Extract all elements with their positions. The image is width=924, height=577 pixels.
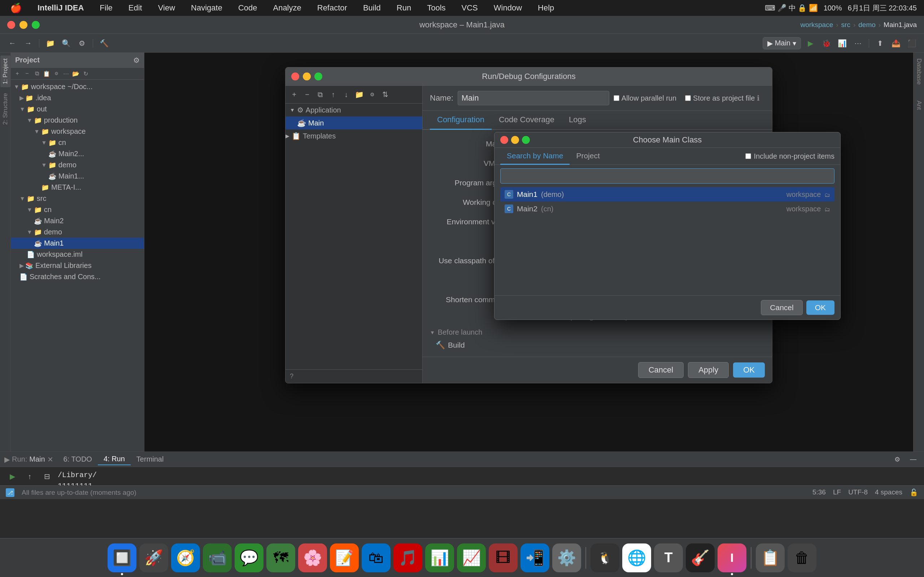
config-move-down-btn[interactable]: ↓ bbox=[340, 89, 352, 100]
dialog-min-btn[interactable] bbox=[303, 73, 311, 81]
menu-edit[interactable]: Edit bbox=[126, 2, 145, 14]
tree-remove-btn[interactable]: − bbox=[23, 69, 31, 78]
menu-tools[interactable]: Tools bbox=[424, 2, 448, 14]
choose-class-item-main1[interactable]: C Main1 (demo) workspace 🗂 bbox=[500, 187, 835, 201]
run-panel-label[interactable]: ▶ Run: Main ✕ bbox=[0, 455, 58, 464]
tree-item-cn-prod[interactable]: ▼ 📁 cn bbox=[11, 137, 144, 148]
config-settings-btn[interactable]: ⚙ bbox=[366, 89, 378, 100]
tab-run[interactable]: 4: Run bbox=[98, 453, 131, 465]
apple-menu[interactable]: 🍎 bbox=[7, 1, 24, 15]
dock-trash[interactable]: 🗑 bbox=[788, 543, 816, 572]
menu-refactor[interactable]: Refactor bbox=[314, 2, 350, 14]
tree-add-btn[interactable]: + bbox=[13, 69, 22, 78]
choose-class-ok-btn[interactable]: OK bbox=[806, 300, 835, 315]
cursor-position[interactable]: 5:36 bbox=[813, 488, 826, 496]
toolbar-navigate-forward[interactable]: → bbox=[22, 37, 35, 50]
choose-class-item-main2[interactable]: C Main2 (cn) workspace 🗂 bbox=[500, 201, 835, 216]
config-move-up-btn[interactable]: ↑ bbox=[327, 89, 339, 100]
toolbar-navigate-back[interactable]: ← bbox=[6, 37, 19, 50]
menu-vcs[interactable]: VCS bbox=[459, 2, 481, 14]
dock-appstore2[interactable]: 📲 bbox=[520, 543, 549, 572]
encoding[interactable]: UTF-8 bbox=[848, 488, 868, 496]
project-gear-icon[interactable]: ⚙ bbox=[133, 56, 140, 64]
choose-class-tab-search[interactable]: Search by Name bbox=[500, 148, 570, 165]
run-config-ok-btn[interactable]: OK bbox=[733, 363, 765, 377]
filter-btn[interactable]: ⊟ bbox=[40, 470, 53, 483]
dock-safari[interactable]: 🧭 bbox=[171, 543, 200, 572]
tree-item-main1-src[interactable]: ☕ Main1 bbox=[11, 238, 144, 249]
menu-navigate[interactable]: Navigate bbox=[188, 2, 225, 14]
dock-appstore[interactable]: 🛍 bbox=[362, 543, 391, 572]
dock-launchpad[interactable]: 🚀 bbox=[139, 543, 168, 572]
tree-item-workspace-iml[interactable]: 📄 workspace.iml bbox=[11, 249, 144, 260]
indent-setting[interactable]: 4 spaces bbox=[875, 488, 902, 496]
dock-typora[interactable]: T bbox=[654, 543, 683, 572]
menu-analyze[interactable]: Analyze bbox=[270, 2, 304, 14]
tree-path-btn[interactable]: 📂 bbox=[71, 69, 80, 78]
tree-item-production[interactable]: ▼ 📁 production bbox=[11, 115, 144, 126]
dock-penguin[interactable]: 🐧 bbox=[591, 543, 619, 572]
app-name[interactable]: IntelliJ IDEA bbox=[35, 2, 87, 14]
toolbar-terminal[interactable]: ⬛ bbox=[905, 37, 918, 50]
tree-item-scratches[interactable]: 📄 Scratches and Cons... bbox=[11, 271, 144, 282]
tree-item-external-libs[interactable]: ▶ 📚 External Libraries bbox=[11, 260, 144, 271]
dialog-max-btn[interactable] bbox=[314, 73, 322, 81]
toolbar-coverage[interactable]: 📊 bbox=[835, 37, 848, 50]
tree-item-workspace-inner[interactable]: ▼ 📁 workspace bbox=[11, 126, 144, 137]
breadcrumb-demo[interactable]: demo bbox=[858, 21, 876, 29]
tree-item-out[interactable]: ▼ 📁 out bbox=[11, 103, 144, 115]
dock-finder[interactable]: 🔲 bbox=[108, 543, 136, 572]
dock-systemprefs[interactable]: ⚙️ bbox=[552, 543, 581, 572]
run-close-icon[interactable]: ✕ bbox=[47, 455, 53, 464]
choose-class-search-input[interactable] bbox=[500, 168, 835, 184]
run-config-cancel-btn[interactable]: Cancel bbox=[638, 362, 683, 378]
minimize-button[interactable] bbox=[19, 21, 27, 29]
config-remove-btn[interactable]: − bbox=[301, 89, 313, 100]
menu-window[interactable]: Window bbox=[491, 2, 525, 14]
menu-file[interactable]: File bbox=[97, 2, 115, 14]
tree-item-demo-prod[interactable]: ▼ 📁 demo bbox=[11, 160, 144, 171]
dock-messages[interactable]: 💬 bbox=[234, 543, 263, 572]
name-input[interactable] bbox=[458, 91, 609, 105]
toolbar-build[interactable]: 🔨 bbox=[97, 37, 110, 50]
tree-item-src[interactable]: ▼ 📁 src bbox=[11, 193, 144, 204]
dock-intellij[interactable]: I bbox=[717, 543, 746, 572]
dock-copyqueue[interactable]: 📋 bbox=[756, 543, 785, 572]
breadcrumb-file[interactable]: Main1.java bbox=[884, 21, 917, 29]
menu-code[interactable]: Code bbox=[235, 2, 260, 14]
config-folder-btn[interactable]: 📁 bbox=[353, 89, 365, 100]
toolbar-more-run[interactable]: ⋯ bbox=[851, 37, 864, 50]
dock-numbers[interactable]: 📊 bbox=[425, 543, 454, 572]
tab-logs[interactable]: Logs bbox=[562, 111, 593, 130]
toolbar-debug[interactable]: 🐞 bbox=[820, 37, 833, 50]
tree-item-main1-prod[interactable]: ☕ Main1... bbox=[11, 171, 144, 182]
ant-panel-label[interactable]: Ant bbox=[914, 98, 924, 113]
toolbar-vcs-push[interactable]: 📤 bbox=[889, 37, 902, 50]
dock-photos[interactable]: 🌸 bbox=[298, 543, 327, 572]
dock-chrome[interactable]: 🌐 bbox=[622, 543, 651, 572]
store-project-checkbox[interactable]: Store as project file ℹ bbox=[685, 94, 760, 102]
toolbar-vcs-update[interactable]: ⬆ bbox=[874, 37, 887, 50]
dock-maps[interactable]: 🗺 bbox=[267, 543, 295, 572]
dialog-help-btn[interactable]: ? bbox=[286, 369, 422, 383]
choose-class-close-btn[interactable] bbox=[500, 136, 508, 144]
maximize-button[interactable] bbox=[32, 21, 40, 29]
tree-refresh-btn[interactable]: ↻ bbox=[81, 69, 90, 78]
config-item-main[interactable]: ☕ Main bbox=[286, 116, 422, 129]
config-category-templates[interactable]: ▶ 📋 Templates bbox=[286, 129, 422, 142]
bottom-settings-btn[interactable]: ⚙ bbox=[891, 453, 904, 466]
tree-item-workspace-root[interactable]: ▼ 📁 workspace ~/Doc... bbox=[11, 81, 144, 92]
config-add-btn[interactable]: + bbox=[288, 89, 300, 100]
dock-garageband[interactable]: 🎸 bbox=[686, 543, 715, 572]
project-panel-label[interactable]: 1: Project bbox=[0, 56, 10, 87]
line-separator[interactable]: LF bbox=[833, 488, 841, 496]
toolbar-search[interactable]: 🔍 bbox=[60, 37, 73, 50]
tree-paste-btn[interactable]: 📋 bbox=[42, 69, 51, 78]
dock-excel[interactable]: 📈 bbox=[457, 543, 486, 572]
menu-view[interactable]: View bbox=[155, 2, 178, 14]
tree-item-main2-prod[interactable]: ☕ Main2... bbox=[11, 148, 144, 160]
menu-run[interactable]: Run bbox=[394, 2, 414, 14]
dock-facetime[interactable]: 📹 bbox=[203, 543, 232, 572]
tree-copy-btn[interactable]: ⧉ bbox=[32, 69, 41, 78]
tree-settings-btn[interactable]: ⚙ bbox=[52, 69, 61, 78]
